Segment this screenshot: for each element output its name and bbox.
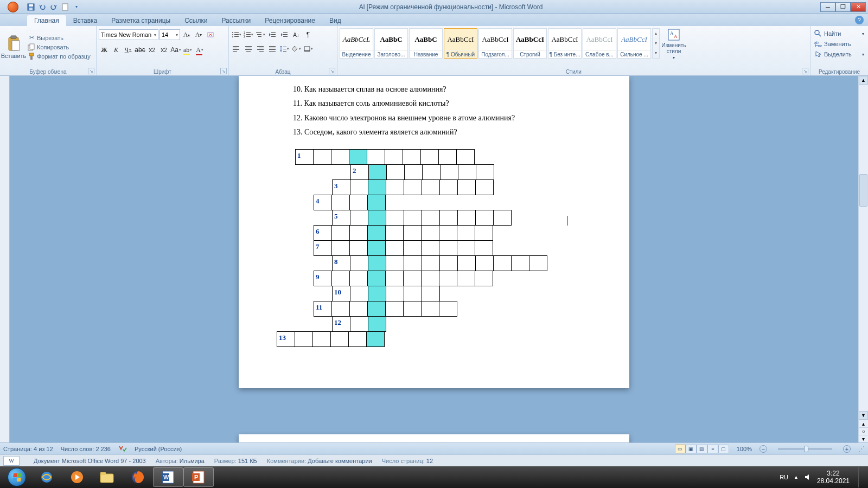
zoom-level[interactable]: 100%	[737, 446, 752, 452]
document-viewport[interactable]: 10. Как называется сплав на основе алюми…	[10, 76, 858, 442]
spellcheck-icon[interactable]	[118, 445, 127, 453]
scroll-down-button[interactable]: ▼	[859, 411, 868, 420]
clear-formatting-button[interactable]	[205, 29, 216, 40]
tab-рассылки[interactable]: Рассылки	[214, 15, 258, 26]
tray-lang[interactable]: RU	[780, 474, 788, 480]
change-case-button[interactable]: Aa	[170, 44, 181, 55]
resize-grip-icon[interactable]: ⋰	[858, 445, 865, 453]
font-color-button[interactable]: A	[194, 44, 205, 55]
show-desktop-button[interactable]	[858, 467, 864, 487]
style-item[interactable]: AaBbCcIПодзагол...	[478, 28, 512, 59]
bullets-button[interactable]	[231, 29, 242, 40]
style-item[interactable]: AaBbCЗаголово...	[374, 28, 408, 59]
word-count[interactable]: Число слов: 2 236	[61, 446, 111, 452]
tab-вставка[interactable]: Вставка	[66, 15, 105, 26]
draft-view[interactable]: ▢	[718, 445, 729, 453]
line-spacing-button[interactable]	[279, 43, 290, 54]
subscript-button[interactable]: x2	[146, 44, 157, 55]
tab-главная[interactable]: Главная	[27, 15, 66, 26]
taskbar-explorer[interactable]	[92, 467, 123, 487]
redo-icon[interactable]	[49, 2, 59, 12]
sort-button[interactable]: A↓	[291, 29, 302, 40]
replace-button[interactable]: abacЗаменить	[813, 39, 866, 49]
tray-volume-icon[interactable]	[804, 473, 812, 481]
save-icon[interactable]	[26, 2, 36, 12]
italic-button[interactable]: К	[111, 44, 122, 55]
paste-button[interactable]: Вставить	[2, 27, 25, 67]
vertical-ruler[interactable]	[0, 76, 10, 442]
clipboard-launcher[interactable]: ↘	[88, 68, 94, 74]
taskbar-media-player[interactable]	[62, 467, 92, 487]
style-item[interactable]: AaBbCНазвание	[409, 28, 443, 59]
style-item[interactable]: AaBbCcIСлабое в...	[583, 28, 616, 59]
paragraph-launcher[interactable]: ↘	[329, 68, 335, 74]
vertical-scrollbar[interactable]: ▲ ▼ ▴ ○ ▾	[858, 76, 868, 442]
styles-scroll[interactable]: ▴▾▾	[652, 28, 660, 59]
align-left-button[interactable]	[231, 43, 242, 54]
change-styles-button[interactable]: AAИзменить стили▾	[661, 28, 687, 60]
increase-indent-button[interactable]	[279, 29, 290, 40]
tab-разметка страницы[interactable]: Разметка страницы	[104, 15, 177, 26]
tray-clock[interactable]: 3:2228.04.2021	[817, 470, 850, 485]
office-button[interactable]	[2, 1, 24, 13]
scroll-thumb[interactable]	[859, 174, 867, 207]
tab-рецензирование[interactable]: Рецензирование	[258, 15, 322, 26]
tab-вид[interactable]: Вид	[322, 15, 348, 26]
taskbar-word[interactable]: W	[153, 467, 183, 487]
highlight-button[interactable]: ab	[182, 44, 193, 55]
taskbar-powerpoint[interactable]: P	[183, 467, 214, 487]
styles-launcher[interactable]: ↘	[802, 68, 808, 74]
decrease-indent-button[interactable]	[267, 29, 278, 40]
multilevel-list-button[interactable]	[255, 29, 266, 40]
undo-icon[interactable]	[37, 2, 47, 12]
new-doc-icon[interactable]	[60, 2, 70, 12]
language-status[interactable]: Русский (Россия)	[135, 446, 182, 452]
shading-button[interactable]	[291, 43, 302, 54]
font-name-combo[interactable]: Times New Roman▾	[99, 29, 158, 40]
tray-arrow-icon[interactable]: ▲	[794, 474, 799, 480]
style-item[interactable]: AaBbCcIСтрогий	[513, 28, 547, 59]
start-button[interactable]	[2, 467, 31, 487]
comments-value[interactable]: Добавьте комментарии	[308, 458, 372, 464]
font-size-combo[interactable]: 14▾	[159, 29, 180, 40]
style-item[interactable]: AaBbCcI¶ Без инте...	[548, 28, 582, 59]
style-item[interactable]: AaBbCcI¶ Обычный	[444, 28, 477, 59]
close-button[interactable]: ✕	[851, 2, 866, 12]
taskbar-firefox[interactable]	[123, 467, 153, 487]
justify-button[interactable]	[267, 43, 278, 54]
font-launcher[interactable]: ↘	[220, 68, 227, 74]
web-layout-view[interactable]: ▤	[697, 445, 707, 453]
show-marks-button[interactable]: ¶	[303, 29, 314, 40]
align-right-button[interactable]	[255, 43, 266, 54]
grow-font-button[interactable]: A▴	[181, 29, 192, 40]
next-page-button[interactable]: ▾	[859, 435, 868, 442]
shrink-font-button[interactable]: A▾	[193, 29, 204, 40]
zoom-slider[interactable]	[778, 448, 832, 450]
zoom-thumb[interactable]	[804, 446, 808, 452]
minimize-button[interactable]: ─	[820, 2, 835, 12]
scroll-track[interactable]	[859, 85, 868, 411]
page-status[interactable]: Страница: 4 из 12	[3, 446, 53, 452]
zoom-out-button[interactable]: −	[760, 445, 767, 453]
align-center-button[interactable]	[243, 43, 254, 54]
scroll-up-button[interactable]: ▲	[859, 76, 868, 85]
style-item[interactable]: AaBbCcLВыделение	[340, 28, 373, 59]
copy-button[interactable]: Копировать	[26, 43, 92, 52]
taskbar-ie[interactable]	[31, 467, 62, 487]
zoom-in-button[interactable]: +	[843, 445, 851, 453]
full-screen-view[interactable]: ▣	[686, 445, 697, 453]
format-painter-button[interactable]: Формат по образцу	[26, 52, 92, 61]
bold-button[interactable]: Ж	[99, 44, 110, 55]
outline-view[interactable]: ≡	[707, 445, 718, 453]
numbering-button[interactable]: 123	[243, 29, 254, 40]
help-icon[interactable]: ?	[855, 16, 864, 24]
find-button[interactable]: Найти▾	[813, 29, 866, 38]
borders-button[interactable]	[303, 43, 314, 54]
cut-button[interactable]: ✂Вырезать	[26, 34, 92, 42]
browse-object-button[interactable]: ○	[859, 427, 868, 435]
tab-ссылки[interactable]: Ссылки	[177, 15, 214, 26]
qat-customize-icon[interactable]: ▾	[72, 2, 81, 12]
superscript-button[interactable]: x2	[158, 44, 169, 55]
select-button[interactable]: Выделить▾	[813, 49, 866, 59]
underline-button[interactable]: Ч	[123, 44, 133, 55]
